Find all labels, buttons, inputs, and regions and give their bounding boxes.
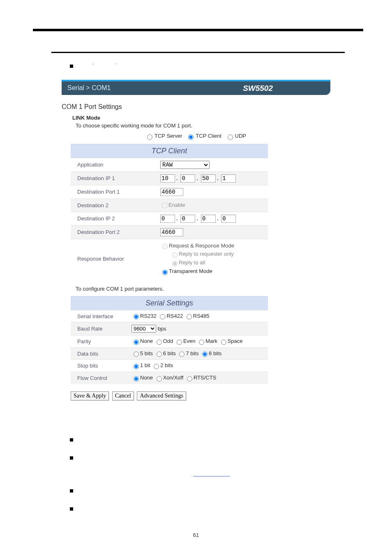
application-label: Application	[71, 158, 158, 171]
dest-ip1-oct1[interactable]	[160, 174, 175, 183]
dest2-enable-text: Enable	[168, 202, 185, 208]
lower-bullet-list	[70, 433, 392, 516]
application-select[interactable]: RAW	[160, 161, 210, 169]
radio-tcp-server[interactable]	[147, 134, 152, 140]
dest-port2-label: Destination Port 2	[71, 225, 158, 239]
radio-rs422[interactable]	[160, 314, 165, 319]
page-number: 61	[0, 532, 392, 538]
square-bullet-icon	[70, 489, 73, 493]
square-bullet-icon	[70, 507, 73, 511]
dest-ip1-label: Destination IP 1	[71, 171, 158, 185]
resp-sub1-text: Reply to requester only	[179, 251, 234, 257]
dest-port1-input[interactable]	[160, 188, 183, 196]
dest2-label: Destination 2	[71, 199, 158, 212]
radio-5bits[interactable]	[134, 352, 139, 357]
serial-settings-header: Serial Settings	[71, 296, 268, 310]
radio-udp-label: UDP	[235, 133, 246, 139]
square-bullet-icon	[70, 438, 73, 442]
radio-tcp-client-label: TCP Client	[196, 133, 221, 139]
dest-ip1-oct3[interactable]	[201, 174, 216, 183]
dest-ip2-oct1[interactable]	[160, 215, 175, 223]
radio-8bits[interactable]	[202, 352, 208, 357]
square-bullet-icon	[70, 456, 73, 460]
radio-udp[interactable]	[228, 134, 233, 140]
baud-label: Baud Rate	[71, 322, 129, 335]
data-bits-label: Data bits	[71, 347, 129, 360]
top-inner-rule	[51, 52, 345, 53]
resp-sub2-text: Reply to all	[179, 259, 205, 266]
radio-parity-mark[interactable]	[199, 340, 204, 345]
radio-flow-rts[interactable]	[187, 376, 192, 382]
dest-port1-label: Destination Port 1	[71, 185, 158, 199]
dest-ip2-label: Destination IP 2	[71, 212, 158, 225]
radio-reply-all[interactable]	[172, 261, 178, 266]
radio-parity-space[interactable]	[221, 340, 226, 345]
radio-tcp-server-label: TCP Server	[154, 133, 182, 139]
dest-ip2-oct3[interactable]	[201, 215, 216, 223]
save-apply-button[interactable]: Save & Apply	[71, 391, 109, 400]
section-title: COM 1 Port Settings	[62, 103, 330, 111]
top-outer-rule	[33, 29, 363, 31]
radio-rs232[interactable]	[134, 314, 139, 319]
resp-label: Response Behavior	[71, 239, 158, 278]
serial-note: To configure COM 1 port parameters.	[76, 286, 330, 292]
radio-tcp-client[interactable]	[188, 134, 194, 140]
model-label: SW5502	[243, 84, 273, 93]
serial-settings-table: Serial Settings Serial Interface RS232 R…	[71, 296, 268, 384]
radio-7bits[interactable]	[179, 352, 184, 357]
baud-select[interactable]: 9600	[131, 325, 156, 333]
radio-transparent[interactable]	[162, 270, 168, 275]
iface-label: Serial Interface	[71, 310, 129, 322]
resp-option2-text: Transparent Mode	[169, 268, 212, 274]
radio-parity-none[interactable]	[134, 340, 139, 345]
tcp-client-table: TCP Client Application RAW Destination I…	[71, 144, 268, 278]
tcp-client-header: TCP Client	[71, 144, 268, 158]
radio-reply-requester[interactable]	[172, 252, 178, 258]
link-mode-heading: LINK Mode	[72, 115, 330, 121]
dest-ip2-oct4[interactable]	[221, 215, 236, 223]
dest-ip1-oct2[interactable]	[180, 174, 195, 183]
flow-label: Flow Control	[71, 372, 129, 384]
radio-flow-xon[interactable]	[157, 376, 162, 382]
dest-ip2-oct2[interactable]	[180, 215, 195, 223]
link-mode-radio-row: TCP Server TCP Client UDP	[62, 133, 330, 140]
radio-1bit[interactable]	[134, 364, 139, 369]
radio-flow-none[interactable]	[134, 376, 139, 382]
stop-bits-label: Stop bits	[71, 360, 129, 372]
parity-label: Parity	[71, 335, 129, 348]
advanced-settings-button[interactable]: Advanced Settings	[137, 391, 186, 400]
radio-request-response[interactable]	[162, 244, 168, 249]
dest2-enable-checkbox[interactable]	[162, 203, 167, 208]
radio-rs485[interactable]	[187, 314, 192, 319]
resp-option1-text: Request & Response Mode	[169, 243, 234, 249]
radio-parity-even[interactable]	[177, 340, 182, 345]
page-header-bar: Serial > COM1 SW5502	[62, 80, 330, 95]
baud-unit: bps	[158, 326, 166, 332]
link-mode-note: To choose specific working mode for COM …	[76, 123, 330, 129]
dest-port2-input[interactable]	[160, 228, 183, 236]
quote-marks: “ ”	[91, 61, 118, 72]
square-bullet-icon	[70, 65, 73, 68]
cancel-button[interactable]: Cancel	[112, 391, 134, 400]
top-bullet-row: “ ”	[70, 61, 392, 71]
radio-parity-odd[interactable]	[157, 340, 162, 345]
breadcrumb: Serial > COM1	[67, 84, 111, 91]
radio-2bits[interactable]	[154, 364, 159, 369]
link-underline	[193, 476, 230, 476]
dest-ip1-oct4[interactable]	[221, 174, 236, 183]
radio-6bits[interactable]	[157, 352, 162, 357]
